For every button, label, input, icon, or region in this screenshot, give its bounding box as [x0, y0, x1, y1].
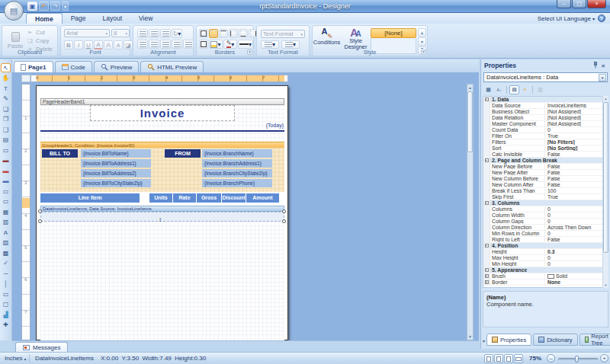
property-value[interactable]: 0.3	[545, 249, 608, 254]
property-value[interactable]: False	[545, 170, 608, 175]
scroll-up-icon[interactable]: ▲	[603, 96, 608, 101]
resize-handle[interactable]	[282, 219, 286, 223]
top-border-button[interactable]	[219, 29, 228, 38]
property-value[interactable]: False	[545, 182, 608, 187]
scroll-down-icon[interactable]: ▼	[603, 283, 608, 288]
events-icon[interactable]: ⚡	[520, 85, 530, 94]
band-resize-arrow[interactable]: ↕	[159, 217, 162, 223]
help-icon[interactable]: ?	[598, 14, 605, 22]
zoom-slider-thumb[interactable]	[575, 356, 579, 362]
gallery-down-button[interactable]: ▾	[418, 37, 426, 46]
tab-page1[interactable]: Page1	[14, 61, 53, 72]
align-left-button[interactable]	[137, 40, 148, 49]
bill-to-field-cell[interactable]: {Invoice.BillToAddress2}	[81, 169, 151, 177]
scrollbar-thumb[interactable]	[603, 102, 608, 253]
property-value[interactable]: 0	[545, 255, 608, 260]
page-footer-band-icon[interactable]: ▭	[1, 197, 11, 206]
resize-handle[interactable]	[38, 209, 42, 213]
copy-style-icon[interactable]: ❏	[1, 104, 11, 113]
copy-button[interactable]: ❏Copy	[27, 37, 57, 45]
property-value[interactable]: [No Sorting]	[545, 145, 608, 151]
all-borders-button[interactable]	[199, 29, 208, 38]
property-value[interactable]: [No Filters]	[545, 139, 608, 145]
header-rule-line[interactable]	[40, 130, 284, 132]
collapse-icon[interactable]: −	[485, 97, 489, 101]
component-selector-combo[interactable]: DataInvoiceLineItems : Data ▾	[483, 72, 608, 82]
messages-tab[interactable]: Messages	[15, 342, 68, 353]
property-value[interactable]: False	[545, 152, 608, 157]
clone-tool-icon[interactable]: ❑	[1, 125, 11, 134]
property-value[interactable]: InvoiceLineItems	[545, 103, 608, 108]
units-selector[interactable]: Inches ▴	[5, 355, 26, 362]
property-pages-icon[interactable]: ▤	[509, 85, 519, 94]
pin-icon[interactable]	[592, 62, 599, 70]
clipboard-tool-icon[interactable]: ❐	[1, 115, 11, 124]
group-footer-band-icon[interactable]: ▭	[1, 187, 11, 196]
select-tool-icon[interactable]: ↖	[1, 63, 11, 72]
minimize-button[interactable]: –	[557, 0, 571, 8]
property-value[interactable]: False	[545, 237, 608, 242]
from-field-cell[interactable]: {Invoice.BranchAddress1}	[202, 159, 272, 168]
more-tools-icon[interactable]: ✚	[1, 321, 11, 330]
bill-to-field-cell[interactable]: {Invoice.BillToName}	[81, 149, 151, 158]
expand-icon[interactable]: +	[485, 280, 489, 284]
align-middle-button[interactable]	[149, 29, 159, 38]
group-header-band-label[interactable]: GroupHeader1; Condition: {Invoice.Invoic…	[40, 142, 284, 148]
tab-layout[interactable]: Layout	[94, 13, 130, 24]
sort-alphabetical-icon[interactable]: A↓	[494, 85, 504, 94]
pan-tool-icon[interactable]: ✋	[1, 74, 11, 83]
tab-code[interactable]: Code	[55, 61, 92, 72]
format-number-button[interactable]: ▾	[261, 40, 279, 49]
horizontal-line-icon[interactable]: ─	[1, 269, 11, 278]
column-header-cell[interactable]: Units	[149, 193, 172, 203]
style-none-swatch[interactable]: [None]	[371, 28, 416, 38]
gallery-up-button[interactable]: ▴	[418, 28, 426, 37]
collapse-icon[interactable]: −	[485, 268, 489, 272]
text-format-combo[interactable]: Text Format▾	[261, 30, 305, 38]
from-field-cell[interactable]: {Invoice.BranchPhone}	[202, 179, 272, 187]
scroll-up-icon[interactable]: ▲	[467, 85, 473, 91]
border-style-button[interactable]: ▾	[238, 40, 253, 49]
column-header-cell[interactable]: Gross	[197, 193, 221, 203]
text-component-icon[interactable]: A	[1, 228, 11, 237]
property-value[interactable]: 0	[545, 212, 608, 218]
collapse-icon[interactable]: −	[485, 201, 489, 205]
report-page[interactable]: PageHeaderBand1 Invoice {Today} GroupHea…	[36, 85, 288, 340]
property-value[interactable]: Across Then Down	[545, 225, 608, 230]
left-border-button[interactable]	[229, 29, 238, 38]
property-value[interactable]: 0	[545, 261, 608, 267]
property-value[interactable]: [Not Assigned]	[545, 109, 608, 114]
panel-tab-dictionary[interactable]: Dictionary	[533, 334, 577, 346]
property-value[interactable]: 0	[545, 127, 608, 133]
page-header-band-icon[interactable]: ▬	[1, 156, 11, 165]
property-value[interactable]: True	[545, 194, 608, 200]
checkbox-component-icon[interactable]: ✓	[1, 259, 11, 268]
property-value[interactable]: 0	[545, 219, 608, 224]
rounded-rectangle-icon[interactable]: ▢	[1, 300, 11, 309]
fill-color-button[interactable]: ▾	[209, 40, 223, 49]
continuous-view-button[interactable]	[494, 354, 503, 363]
font-size-combo[interactable]: 8▾	[111, 29, 130, 37]
resize-handle[interactable]	[38, 219, 42, 223]
rectangle-icon[interactable]: ▭	[1, 289, 11, 299]
from-field-cell[interactable]: {Invoice.BranchName}	[202, 149, 272, 158]
panel-tab-report-tree[interactable]: Report Tree	[580, 334, 610, 346]
tab-home[interactable]: Home	[26, 13, 63, 24]
column-header-cell[interactable]: Discount	[222, 193, 246, 203]
align-right-button[interactable]	[160, 40, 171, 49]
collapse-icon[interactable]: −	[485, 244, 489, 247]
data-band-label[interactable]: DataInvoiceLineItems; Data Source: Invoi…	[40, 206, 284, 212]
property-value[interactable]: False	[545, 176, 608, 181]
property-value[interactable]: [Not Assigned]	[545, 115, 608, 120]
property-value[interactable]: None	[545, 279, 608, 285]
zoom-in-button[interactable]: +	[600, 354, 608, 362]
font-family-combo[interactable]: Arial▾	[64, 29, 110, 37]
cut-button[interactable]: ✂Cut	[27, 28, 57, 37]
canvas-vertical-scrollbar[interactable]: ▲ ▼	[467, 84, 474, 340]
today-textbox[interactable]: {Today}	[266, 123, 284, 128]
description-toggle-icon[interactable]: ▥	[535, 85, 545, 94]
report-title-band-icon[interactable]: ▭	[1, 145, 11, 155]
tab-html-preview[interactable]: HTML Preview	[140, 61, 204, 72]
column-header-cell[interactable]: Rate	[173, 193, 196, 203]
property-value[interactable]: 0	[545, 206, 608, 212]
